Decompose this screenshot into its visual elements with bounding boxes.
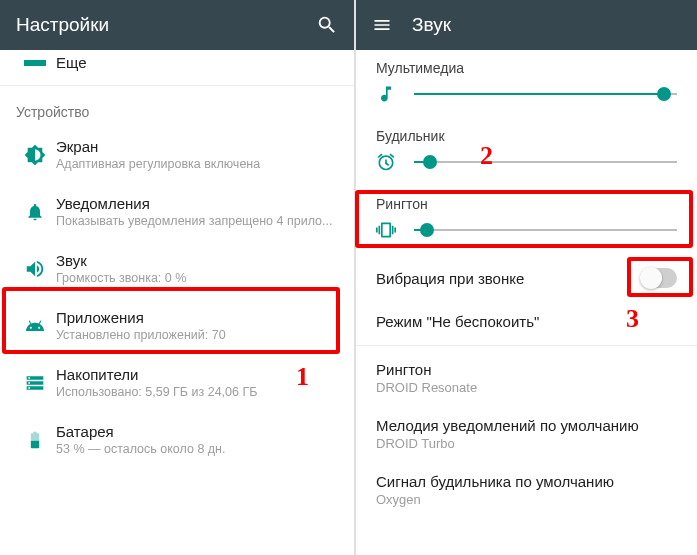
slider-media[interactable] bbox=[356, 80, 697, 118]
appbar-title: Настройки bbox=[16, 14, 316, 36]
apps-icon bbox=[14, 316, 56, 336]
more-icon bbox=[14, 60, 56, 66]
music-note-icon bbox=[376, 84, 406, 104]
settings-item-apps[interactable]: Приложения Установлено приложений: 70 bbox=[0, 297, 354, 354]
storage-icon bbox=[14, 373, 56, 393]
slider-alarm[interactable] bbox=[356, 148, 697, 186]
more-item[interactable]: Еще bbox=[0, 50, 354, 81]
battery-icon bbox=[14, 430, 56, 450]
item-title: Батарея bbox=[56, 423, 340, 440]
pref-title: Рингтон bbox=[376, 361, 677, 378]
sound-pane: Звук Мультимедиа Будильник Рингтон Вибра… bbox=[356, 0, 697, 555]
slider-label-alarm: Будильник bbox=[356, 118, 697, 148]
vibrate-switch[interactable] bbox=[641, 268, 677, 288]
pref-title: Мелодия уведомлений по умолчанию bbox=[376, 417, 677, 434]
annotation-number-2: 2 bbox=[480, 141, 493, 171]
dnd-item[interactable]: Режим "Не беспокоить" bbox=[356, 302, 697, 341]
settings-item-sound[interactable]: Звук Громкость звонка: 0 % bbox=[0, 240, 354, 297]
item-sub: Адаптивная регулировка включена bbox=[56, 157, 340, 171]
annotation-number-1: 1 bbox=[296, 362, 309, 392]
appbar-right: Звук bbox=[356, 0, 697, 50]
item-sub: 53 % — осталось около 8 дн. bbox=[56, 442, 340, 456]
appbar-title: Звук bbox=[412, 14, 681, 36]
annotation-number-3: 3 bbox=[626, 304, 639, 334]
item-title: Уведомления bbox=[56, 195, 340, 212]
alarm-icon bbox=[376, 152, 406, 172]
pref-value: Oxygen bbox=[376, 492, 677, 507]
search-icon[interactable] bbox=[316, 14, 338, 36]
item-title: Приложения bbox=[56, 309, 340, 326]
settings-item-battery[interactable]: Батарея 53 % — осталось около 8 дн. bbox=[0, 411, 354, 468]
display-icon bbox=[14, 144, 56, 166]
more-label: Еще bbox=[56, 54, 87, 71]
divider bbox=[356, 345, 697, 346]
slider-label-media: Мультимедиа bbox=[356, 50, 697, 80]
vibration-icon bbox=[376, 220, 406, 240]
settings-item-display[interactable]: Экран Адаптивная регулировка включена bbox=[0, 126, 354, 183]
menu-icon[interactable] bbox=[372, 15, 392, 35]
settings-item-notifications[interactable]: Уведомления Показывать уведомления запре… bbox=[0, 183, 354, 240]
pref-value: DROID Resonate bbox=[376, 380, 677, 395]
item-sub: Установлено приложений: 70 bbox=[56, 328, 340, 342]
pref-title: Сигнал будильника по умолчанию bbox=[376, 473, 677, 490]
divider bbox=[0, 85, 354, 86]
alarm-sound-pref[interactable]: Сигнал будильника по умолчанию Oxygen bbox=[356, 462, 697, 518]
item-sub: Громкость звонка: 0 % bbox=[56, 271, 340, 285]
item-sub: Показывать уведомления запрещено 4 прило… bbox=[56, 214, 340, 228]
settings-pane: Настройки Еще Устройство Экран Адаптивна… bbox=[0, 0, 356, 555]
notif-sound-pref[interactable]: Мелодия уведомлений по умолчанию DROID T… bbox=[356, 406, 697, 462]
slider-label-ring: Рингтон bbox=[356, 186, 697, 216]
bell-icon bbox=[14, 202, 56, 222]
vibrate-label: Вибрация при звонке bbox=[376, 270, 641, 287]
appbar-left: Настройки bbox=[0, 0, 354, 50]
volume-icon bbox=[14, 258, 56, 280]
pref-value: DROID Turbo bbox=[376, 436, 677, 451]
section-header: Устройство bbox=[0, 90, 354, 126]
item-title: Звук bbox=[56, 252, 340, 269]
slider-ring[interactable] bbox=[356, 216, 697, 254]
ringtone-pref[interactable]: Рингтон DROID Resonate bbox=[356, 350, 697, 406]
item-title: Экран bbox=[56, 138, 340, 155]
vibrate-on-call-row[interactable]: Вибрация при звонке bbox=[356, 254, 697, 302]
